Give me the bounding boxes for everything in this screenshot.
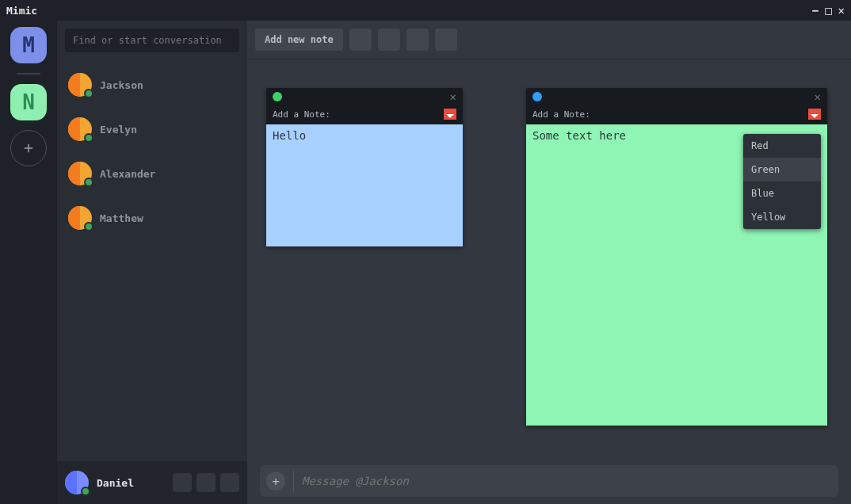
note-color-dot-icon [532,92,542,101]
dm-item-matthew[interactable]: Matthew [62,201,242,235]
color-option-red[interactable]: Red [743,134,821,158]
app-title: Mimic [6,5,37,17]
minimize-icon[interactable]: − [812,4,819,17]
note-color-dot-icon [273,92,282,101]
add-server-button[interactable] [10,130,47,166]
guild-n[interactable]: N [10,84,47,120]
add-note-button[interactable]: Add new note [255,29,343,51]
attach-button[interactable]: + [266,472,285,491]
close-icon[interactable]: ✕ [838,4,845,17]
avatar [68,73,92,97]
avatar [68,162,92,185]
toolbar-button-1[interactable] [349,29,372,51]
self-action-1[interactable] [173,473,192,492]
plus-icon [21,141,36,155]
composer: + [247,458,851,504]
note-color-picker[interactable] [808,109,821,120]
status-online-icon [81,487,90,496]
dm-name: Matthew [100,212,143,224]
server-rail: M N [0,21,57,504]
dm-name: Jackson [100,79,143,91]
color-option-blue[interactable]: Blue [743,181,821,205]
note-label: Add a Note: [532,109,590,120]
self-panel: Daniel [57,461,247,504]
note-card[interactable]: ✕ Add a Note: Some text here Red Green B… [526,88,827,426]
dm-item-evelyn[interactable]: Evelyn [62,113,242,146]
dm-item-alexander[interactable]: Alexander [62,157,242,190]
sidebar: Jackson Evelyn Alexander Matthew Daniel [57,21,247,504]
dm-item-jackson[interactable]: Jackson [62,68,242,101]
note-color-picker[interactable] [444,109,456,120]
note-close-icon[interactable]: ✕ [815,90,821,103]
toolbar-button-4[interactable] [435,29,457,51]
toolbar: Add new note [247,21,851,59]
status-online-icon [84,133,93,143]
rail-divider [17,73,40,74]
status-online-icon [84,222,93,231]
note-label: Add a Note: [273,109,330,120]
color-option-yellow[interactable]: Yellow [743,205,821,229]
self-avatar[interactable] [65,471,89,494]
status-online-icon [84,178,93,187]
status-online-icon [84,89,93,98]
note-header[interactable]: ✕ [266,88,463,105]
notes-canvas[interactable]: ✕ Add a Note: Hello ✕ Add a Note: So [247,59,851,458]
toolbar-button-2[interactable] [378,29,400,51]
titlebar: Mimic − □ ✕ [0,0,851,21]
main-area: Add new note ✕ Add a Note: Hello [247,21,851,504]
note-card[interactable]: ✕ Add a Note: Hello [266,88,463,246]
guild-m[interactable]: M [10,27,47,63]
search-input[interactable] [65,29,239,52]
color-menu: Red Green Blue Yellow [743,134,821,229]
composer-separator [293,471,294,491]
dm-name: Alexander [100,168,155,180]
note-close-icon[interactable]: ✕ [450,90,456,103]
avatar [68,206,92,230]
message-input[interactable] [302,475,832,487]
toolbar-button-3[interactable] [406,29,429,51]
avatar [68,117,92,141]
color-option-green[interactable]: Green [743,158,821,181]
maximize-icon[interactable]: □ [825,4,831,17]
self-action-2[interactable] [197,473,216,492]
note-header[interactable]: ✕ [526,88,827,105]
self-action-3[interactable] [220,473,239,492]
self-name: Daniel [97,477,134,489]
note-body[interactable]: Hello [266,124,463,246]
dm-list: Jackson Evelyn Alexander Matthew [57,60,247,461]
dm-name: Evelyn [100,124,137,136]
